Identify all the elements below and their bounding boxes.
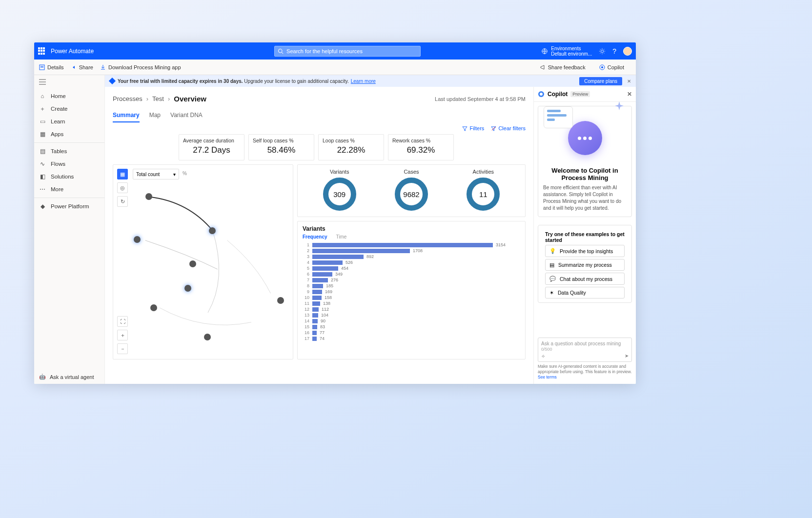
bar-row[interactable]: 1490 [303,319,520,323]
view-metrics-button[interactable]: ◎ [117,182,128,193]
toolbar: Details Share Download Process Mining ap… [34,60,636,75]
char-counter: 0/500 [541,347,552,352]
bar-row[interactable]: 6349 [303,272,520,277]
chat-icon: 💬 [549,276,556,282]
bar-row[interactable]: 7276 [303,278,520,282]
view-refresh-button[interactable]: ↻ [117,196,128,207]
crumb-test[interactable]: Test [152,95,164,102]
svg-point-0 [279,49,283,53]
banner-close-icon[interactable]: ✕ [627,79,631,84]
feedback-link[interactable]: Share feedback [540,64,586,70]
bar-row[interactable]: 13104 [303,313,520,318]
tab-variant-dna[interactable]: Variant DNA [170,112,203,122]
copilot-examples-card: Try one of these examples to get started… [538,225,632,303]
copilot-welcome-card: Welcome to Copilot in Process Mining Be … [538,106,632,217]
user-avatar[interactable] [623,47,632,56]
kpi-row: Average case duration27.2 Days Self loop… [113,134,526,160]
virtual-agent-link[interactable]: 🤖Ask a virtual agent [34,370,104,384]
summary-counts: Variants309 Cases9682 Activities11 [297,164,526,217]
process-graph[interactable] [131,182,290,356]
fit-screen-button[interactable]: ⛶ [117,316,128,327]
diamond-icon [109,78,116,84]
book-icon: ▭ [39,118,46,125]
example-summarize[interactable]: ▤Summarize my process [545,259,625,271]
sidebar-item-powerplatform[interactable]: ◆Power Platform [34,200,104,213]
bar-row[interactable]: 12112 [303,307,520,312]
sidebar-item-home[interactable]: ⌂Home [34,90,104,102]
chevron-right-icon: › [146,95,148,102]
variants-tab-frequency[interactable]: Frequency [303,234,327,239]
sidebar-item-more[interactable]: ⋯More [34,183,104,196]
clear-filter-icon [491,126,496,131]
variants-tab-time[interactable]: Time [336,234,347,239]
app-title: Power Automate [51,48,94,55]
svg-point-3 [601,50,604,52]
svg-line-12 [492,126,495,130]
title-bar: Power Automate Search for the helpful re… [34,42,636,60]
preview-badge: Preview [570,91,590,97]
sidebar-item-learn[interactable]: ▭Learn [34,115,104,128]
filters-button[interactable]: Filters [462,125,484,131]
bar-row[interactable]: 5454 [303,266,520,271]
sidebar-toggle[interactable] [34,75,104,90]
see-terms-link[interactable]: See terms [538,375,557,379]
sidebar-item-create[interactable]: ＋Create [34,102,104,115]
view-graph-button[interactable]: ▦ [117,169,128,179]
bar-row[interactable]: 8185 [303,283,520,288]
learn-more-link[interactable]: Learn more [351,79,376,84]
tab-summary[interactable]: Summary [113,112,140,122]
clear-filters-button[interactable]: Clear filters [491,125,526,131]
bar-row[interactable]: 13154 [303,242,520,247]
help-icon[interactable]: ? [612,47,616,55]
zoom-in-button[interactable]: ＋ [117,330,128,340]
bar-row[interactable]: 9169 [303,289,520,294]
process-map-panel[interactable]: ▦ ◎ ↻ Total count▾ % [113,164,293,359]
example-chat[interactable]: 💬Chat about my process [545,273,625,285]
settings-gear-icon[interactable] [599,48,606,55]
copilot-icon [599,64,605,70]
bar-row[interactable]: 21708 [303,248,520,253]
powerplatform-icon: ◆ [39,203,46,210]
bar-row[interactable]: 1774 [303,336,520,341]
last-updated: Last updated September 4 at 9:58 PM [435,96,526,102]
sidebar-item-apps[interactable]: ▦Apps [34,128,104,140]
sidebar-item-solutions[interactable]: ◧Solutions [34,170,104,183]
bar-row[interactable]: 1583 [303,324,520,329]
sidebar-item-flows[interactable]: ∿Flows [34,158,104,170]
kpi-loop: Loop cases %22.28% [318,134,384,160]
copilot-close-button[interactable]: ✕ [627,91,632,98]
copilot-input[interactable]: Ask a question about process mining 0/50… [538,338,632,362]
search-input[interactable]: Search for the helpful resources [274,46,421,57]
search-icon [278,48,284,54]
megaphone-icon [540,64,546,70]
copilot-welcome-title: Welcome to Copilot in Process Mining [543,167,627,181]
donut-cases: 9682 [395,178,428,211]
app-launcher-icon[interactable] [38,47,46,55]
send-icon[interactable]: ➤ [625,353,629,359]
environment-picker[interactable]: EnvironmentsDefault environm... [541,46,592,57]
zoom-out-button[interactable]: － [117,343,128,354]
sidebar-item-tables[interactable]: ▤Tables [34,145,104,158]
details-link[interactable]: Details [39,64,64,70]
tab-map[interactable]: Map [149,112,161,122]
content: Processes › Test › Overview Last updated… [105,87,533,384]
bar-row[interactable]: 3892 [303,254,520,259]
hamburger-icon [39,79,46,85]
copilot-toggle[interactable]: Copilot [599,64,624,70]
copilot-welcome-desc: Be more efficient than ever with AI assi… [543,184,627,212]
share-link[interactable]: Share [71,64,93,70]
svg-point-14 [540,93,543,96]
main-area: Your free trial with limited capacity ex… [105,75,636,384]
bar-row[interactable]: 11138 [303,301,520,306]
example-top-insights[interactable]: 💡Provide the top insights [545,245,625,257]
bar-row[interactable]: 10158 [303,295,520,300]
compare-plans-button[interactable]: Compare plans [579,77,622,85]
crumb-processes[interactable]: Processes [113,95,142,102]
sparkle-icon[interactable]: ✧ [541,354,545,359]
bar-row[interactable]: 4526 [303,260,520,265]
download-link[interactable]: Download Process Mining app [100,64,181,70]
bar-row[interactable]: 1677 [303,330,520,335]
metric-select[interactable]: Total count▾ [133,169,179,179]
apps-icon: ▦ [39,131,46,138]
example-data-quality[interactable]: ✶Data Quality [545,287,625,299]
